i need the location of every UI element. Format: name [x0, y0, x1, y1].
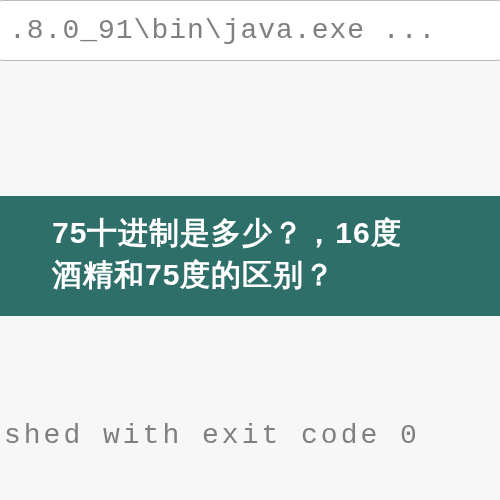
exit-code-text: shed with exit code 0: [4, 420, 420, 451]
banner-line-2: 酒精和75度的区别？: [52, 254, 472, 296]
banner-line-1: 75十进制是多少？，16度: [52, 212, 472, 254]
code-path-box: .8.0_91\bin\java.exe ...: [0, 0, 500, 61]
code-path-text: .8.0_91\bin\java.exe ...: [9, 15, 436, 46]
title-banner: 75十进制是多少？，16度 酒精和75度的区别？: [0, 196, 500, 316]
